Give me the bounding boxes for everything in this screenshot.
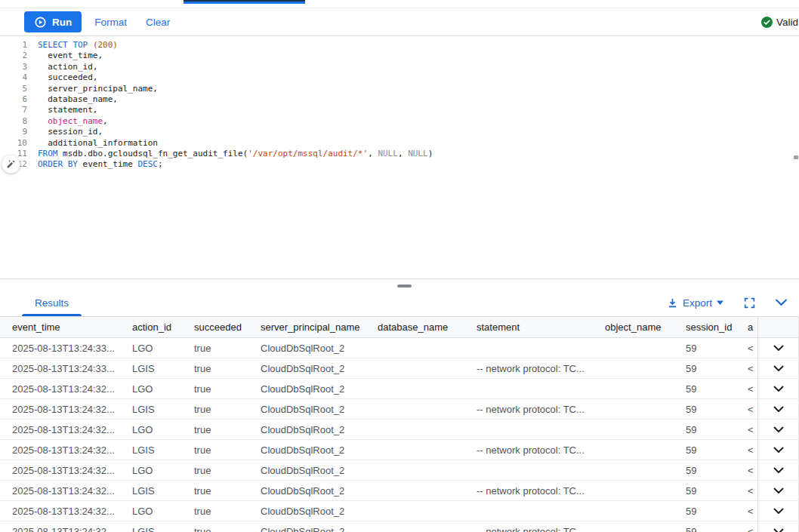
check-circle-icon [761, 17, 773, 28]
table-cell [605, 420, 686, 439]
column-header-event-time[interactable]: event_time [12, 317, 132, 337]
code-line[interactable]: 3 action_id, [0, 62, 799, 72]
table-cell: < [748, 358, 757, 378]
table-cell: 2025-08-13T13:24:32... [12, 501, 132, 521]
table-cell [378, 460, 477, 480]
sql-editor[interactable]: 1SELECT TOP (200)2 event_time,3 action_i… [0, 36, 799, 278]
column-header-additional-information[interactable]: a [748, 317, 757, 337]
code-line[interactable]: 10 additional_information [0, 138, 799, 149]
run-button[interactable]: Run [24, 11, 82, 32]
table-cell: < [748, 420, 757, 439]
query-toolbar: Run Format Clear Valid [0, 8, 799, 36]
editor-scrollbar-thumb[interactable] [794, 155, 798, 159]
table-cell: true [194, 420, 261, 439]
code-line[interactable]: 12ORDER BY event_time DESC; [0, 159, 799, 170]
table-cell: CloudDbSqlRoot_2 [261, 501, 378, 521]
table-cell: 2025-08-13T13:24:32... [12, 420, 132, 439]
collapse-panel-button[interactable] [775, 299, 788, 306]
fullscreen-button[interactable] [744, 297, 755, 309]
table-cell: 59 [686, 338, 748, 358]
table-cell: -- network protocol: TC... [477, 521, 605, 532]
code-line[interactable]: 4 succeeded, [0, 72, 799, 83]
code-line[interactable]: 6 database_name, [0, 94, 799, 105]
column-header-database-name[interactable]: database_name [378, 317, 477, 337]
table-cell: LGO [132, 379, 194, 398]
table-cell: 2025-08-13T13:24:32... [12, 379, 132, 398]
column-header-succeeded[interactable]: succeeded [194, 317, 261, 337]
table-row: 2025-08-13T13:24:33...LGOtrueCloudDbSqlR… [0, 338, 799, 358]
column-header-object-name[interactable]: object_name [605, 317, 686, 337]
table-cell: true [194, 399, 261, 419]
line-number: 8 [0, 116, 27, 127]
play-icon [34, 16, 47, 29]
table-cell [477, 460, 605, 480]
table-cell: true [194, 521, 261, 532]
code-text: FROM msdb.dbo.gcloudsql_fn_get_audit_fil… [38, 149, 433, 159]
table-row: 2025-08-13T13:24:32...LGOtrueCloudDbSqlR… [0, 420, 799, 440]
code-text: SELECT TOP (200) [38, 40, 118, 51]
line-number: 4 [0, 72, 27, 83]
table-cell: < [748, 460, 757, 480]
clear-button[interactable]: Clear [146, 17, 170, 28]
results-rows: 2025-08-13T13:24:33...LGOtrueCloudDbSqlR… [0, 338, 799, 532]
column-header-statement[interactable]: statement [477, 317, 605, 337]
table-cell [605, 501, 686, 521]
table-cell: true [194, 501, 261, 521]
line-number: 6 [0, 94, 27, 105]
table-row: 2025-08-13T13:24:32...LGOtrueCloudDbSqlR… [0, 379, 799, 399]
expand-row-button[interactable] [757, 420, 799, 439]
code-line[interactable]: 1SELECT TOP (200) [0, 40, 799, 51]
code-text: session_id, [38, 127, 103, 137]
expand-row-button[interactable] [757, 358, 799, 378]
column-header-session-id[interactable]: session_id [686, 317, 748, 337]
chevron-down-icon [773, 487, 784, 494]
expand-row-button[interactable] [757, 501, 799, 521]
splitter-drag-handle[interactable] [397, 284, 412, 288]
chevron-down-icon [775, 299, 788, 306]
fullscreen-icon [744, 297, 755, 309]
code-text: additional_information [38, 138, 158, 149]
expand-row-button[interactable] [757, 521, 799, 532]
expand-row-button[interactable] [757, 338, 799, 358]
code-line[interactable]: 7 statement, [0, 105, 799, 115]
code-line[interactable]: 8 object_name, [0, 116, 799, 127]
expand-row-button[interactable] [757, 440, 799, 460]
expand-row-button[interactable] [757, 460, 799, 480]
ai-edit-button[interactable] [2, 155, 20, 174]
chevron-down-icon [773, 345, 784, 351]
results-toolbar: Results Export [0, 289, 799, 316]
panel-splitter [0, 278, 799, 289]
code-line[interactable]: 11FROM msdb.dbo.gcloudsql_fn_get_audit_f… [0, 149, 799, 159]
table-cell: 59 [686, 481, 748, 500]
table-cell: LGO [132, 338, 194, 358]
table-cell: < [748, 481, 757, 500]
table-cell: CloudDbSqlRoot_2 [261, 399, 378, 419]
table-cell: CloudDbSqlRoot_2 [261, 338, 378, 358]
table-cell [477, 420, 605, 439]
expand-row-button[interactable] [757, 379, 799, 398]
table-cell [477, 379, 605, 398]
column-header-action-id[interactable]: action_id [132, 317, 194, 337]
code-text: statement, [38, 105, 97, 115]
tab-results[interactable]: Results [22, 289, 82, 316]
query-status: Valid [761, 17, 799, 28]
format-button[interactable]: Format [94, 17, 127, 28]
expand-row-button[interactable] [757, 399, 799, 419]
line-number: 2 [0, 51, 27, 61]
table-cell [605, 521, 686, 532]
export-button[interactable]: Export [667, 297, 723, 309]
table-cell: CloudDbSqlRoot_2 [261, 379, 378, 398]
table-cell: true [194, 481, 261, 500]
code-text: ORDER BY event_time DESC; [38, 159, 163, 170]
table-cell: 2025-08-13T13:24:33... [12, 358, 132, 378]
table-cell: 59 [686, 379, 748, 398]
table-cell: CloudDbSqlRoot_2 [261, 440, 378, 460]
expand-row-button[interactable] [757, 481, 799, 500]
code-line[interactable]: 5 server_principal_name, [0, 84, 799, 94]
code-line[interactable]: 9 session_id, [0, 127, 799, 137]
table-cell: LGIS [132, 521, 194, 532]
table-cell [378, 399, 477, 419]
code-line[interactable]: 2 event_time, [0, 51, 799, 61]
table-cell: -- network protocol: TC... [477, 358, 605, 378]
column-header-server-principal-name[interactable]: server_principal_name [261, 317, 378, 337]
